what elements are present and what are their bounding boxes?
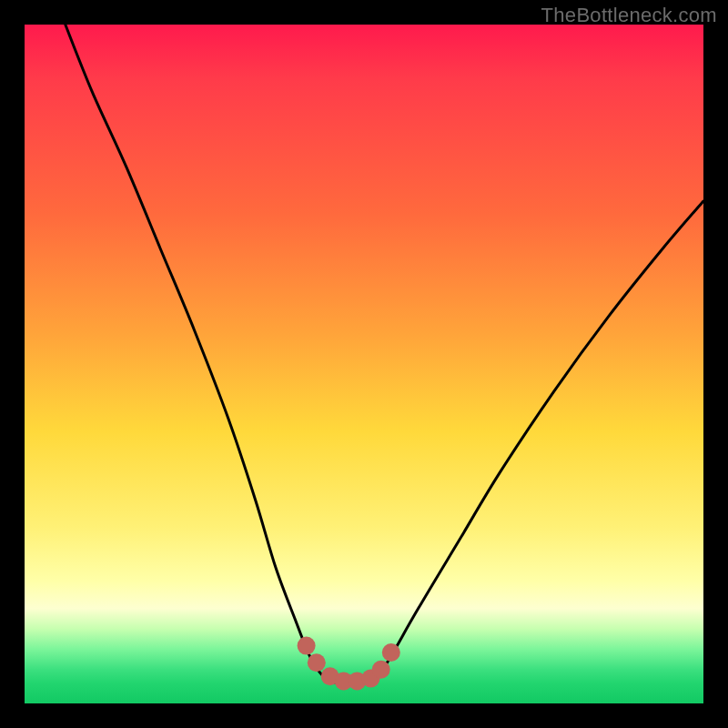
plot-area [25, 25, 703, 703]
trough-dot [372, 661, 390, 679]
bottleneck-chart [25, 25, 703, 703]
bottleneck-curve-path [66, 25, 703, 683]
trough-dot [308, 653, 326, 672]
trough-markers [298, 637, 400, 691]
outer-frame: TheBottleneck.com [0, 0, 728, 728]
trough-dot [382, 643, 400, 662]
trough-dot [298, 637, 316, 655]
